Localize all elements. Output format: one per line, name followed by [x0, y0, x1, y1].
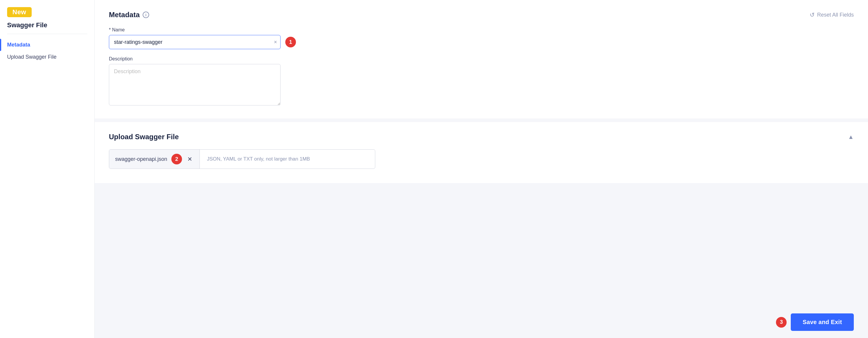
- name-input-wrapper: ×: [109, 35, 281, 49]
- description-textarea[interactable]: [109, 64, 281, 106]
- reset-all-fields-button[interactable]: ↺ Reset All Fields: [810, 11, 854, 18]
- file-upload-row: swagger-openapi.json 2 ✕ JSON, YAML or T…: [109, 149, 375, 169]
- file-remove-button[interactable]: ✕: [186, 156, 193, 162]
- upload-section-title: Upload Swagger File: [109, 133, 179, 141]
- sidebar: New Swagger File Metadata Upload Swagger…: [0, 0, 95, 338]
- description-field-group: Description: [109, 56, 854, 107]
- name-input-row: × 1: [109, 35, 854, 49]
- step-badge-2: 2: [172, 154, 182, 164]
- metadata-section-header: Metadata i ↺ Reset All Fields: [109, 11, 854, 19]
- reset-label: Reset All Fields: [817, 12, 854, 18]
- sidebar-item-upload-swagger-file[interactable]: Upload Swagger File: [0, 51, 94, 63]
- sidebar-header: New Swagger File: [0, 0, 94, 34]
- new-badge: New: [7, 7, 32, 17]
- footer-badge-area: 3 Save and Exit: [776, 313, 854, 331]
- metadata-section: Metadata i ↺ Reset All Fields * Name: [95, 0, 868, 118]
- sidebar-item-metadata-label: Metadata: [7, 42, 30, 48]
- name-field-group: * Name × 1: [109, 27, 854, 49]
- collapse-icon[interactable]: ▲: [848, 134, 854, 140]
- reset-icon: ↺: [810, 11, 815, 18]
- step-badge-1: 1: [285, 37, 296, 48]
- sidebar-item-metadata[interactable]: Metadata: [0, 39, 94, 51]
- info-icon[interactable]: i: [143, 11, 149, 18]
- file-name-area: swagger-openapi.json 2 ✕: [109, 149, 200, 169]
- description-field-label: Description: [109, 56, 854, 62]
- name-input[interactable]: [109, 35, 281, 49]
- description-textarea-wrapper: [109, 64, 854, 107]
- save-exit-button[interactable]: Save and Exit: [791, 313, 854, 331]
- sidebar-nav: Metadata Upload Swagger File: [0, 34, 94, 68]
- upload-swagger-section: Upload Swagger File ▲ swagger-openapi.js…: [95, 122, 868, 183]
- sidebar-item-upload-label: Upload Swagger File: [7, 54, 57, 60]
- save-exit-label: Save and Exit: [803, 319, 842, 325]
- file-hint: JSON, YAML or TXT only, not larger than …: [200, 152, 317, 166]
- content-area: Metadata i ↺ Reset All Fields * Name: [95, 0, 868, 306]
- upload-section-header: Upload Swagger File ▲: [109, 133, 854, 141]
- name-label-text: * Name: [109, 27, 125, 32]
- file-name-text: swagger-openapi.json: [115, 156, 167, 162]
- metadata-title-row: Metadata i: [109, 11, 149, 19]
- main-content: Metadata i ↺ Reset All Fields * Name: [95, 0, 868, 338]
- name-field-label: * Name: [109, 27, 854, 33]
- name-clear-button[interactable]: ×: [274, 39, 277, 45]
- metadata-title: Metadata: [109, 11, 140, 19]
- step-badge-3: 3: [776, 317, 786, 328]
- footer-bar: 3 Save and Exit: [95, 306, 868, 338]
- sidebar-title: Swagger File: [7, 21, 87, 29]
